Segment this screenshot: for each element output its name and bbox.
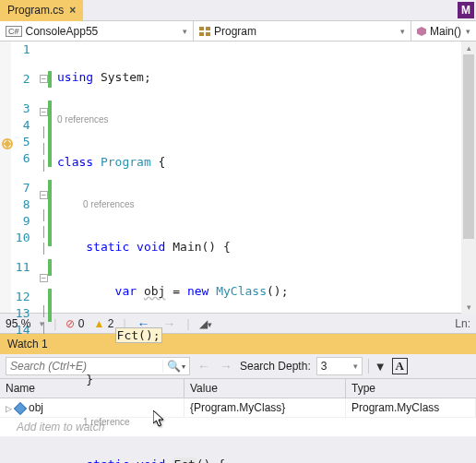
tab-title: Program.cs — [7, 4, 64, 17]
member-selector[interactable]: Main() ▾ — [411, 21, 476, 41]
svg-rect-0 — [199, 27, 204, 30]
chevron-down-icon: ▾ — [400, 27, 405, 36]
zoom-level[interactable]: 95 % — [6, 317, 30, 330]
fold-toggle[interactable]: − — [40, 191, 48, 199]
breakpoint-current-icon[interactable] — [2, 138, 13, 149]
line-numbers: 1 2 3 4 5 6 7 8 9 10 11 12 13 14 — [11, 42, 39, 313]
scrollbar-thumb[interactable] — [463, 54, 474, 239]
code-content[interactable]: using System; 0 references class Program… — [52, 42, 476, 313]
glyph-margin[interactable] — [0, 42, 11, 313]
code-editor[interactable]: 1 2 3 4 5 6 7 8 9 10 11 12 13 14 − − │││… — [0, 42, 476, 314]
svg-rect-1 — [206, 27, 210, 30]
vertical-scrollbar[interactable]: ▴ ▾ — [461, 42, 476, 314]
class-name: Program — [214, 25, 256, 38]
class-selector[interactable]: Program ▾ — [194, 21, 411, 41]
navigation-bar: C# ConsoleApp55 ▾ Program ▾ Main() ▾ — [0, 21, 476, 42]
member-name: Main() — [430, 25, 461, 38]
csharp-icon: C# — [6, 26, 22, 37]
fold-toggle[interactable]: − — [40, 75, 48, 83]
fold-toggle[interactable]: − — [40, 108, 48, 116]
chevron-down-icon: ▾ — [183, 27, 187, 36]
fold-toggle[interactable]: − — [40, 274, 48, 282]
toolbox-hint[interactable]: M — [458, 2, 474, 18]
watch-name: obj — [29, 401, 43, 414]
project-selector[interactable]: C# ConsoleApp55 ▾ — [0, 21, 194, 41]
object-icon — [14, 402, 27, 415]
codelens[interactable]: 1 reference — [57, 416, 476, 429]
document-tab-bar: Program.cs × M — [0, 0, 476, 21]
class-icon — [199, 27, 210, 36]
svg-rect-2 — [199, 32, 204, 36]
close-icon[interactable]: × — [69, 4, 76, 17]
codelens[interactable]: 0 references — [57, 113, 476, 126]
fold-margin[interactable]: − − │││ − │││ − ││ — [40, 42, 48, 313]
chevron-down-icon: ▾ — [466, 27, 470, 36]
current-statement: Fct(); — [115, 327, 162, 343]
svg-rect-3 — [206, 32, 210, 36]
scroll-down-icon[interactable]: ▾ — [461, 301, 476, 314]
expand-icon[interactable]: ▷ — [6, 404, 12, 413]
method-icon — [417, 27, 426, 36]
scroll-up-icon[interactable]: ▴ — [461, 42, 476, 54]
document-tab[interactable]: Program.cs × — [0, 0, 83, 21]
project-name: ConsoleApp55 — [26, 25, 99, 38]
codelens[interactable]: 0 references — [57, 198, 476, 211]
